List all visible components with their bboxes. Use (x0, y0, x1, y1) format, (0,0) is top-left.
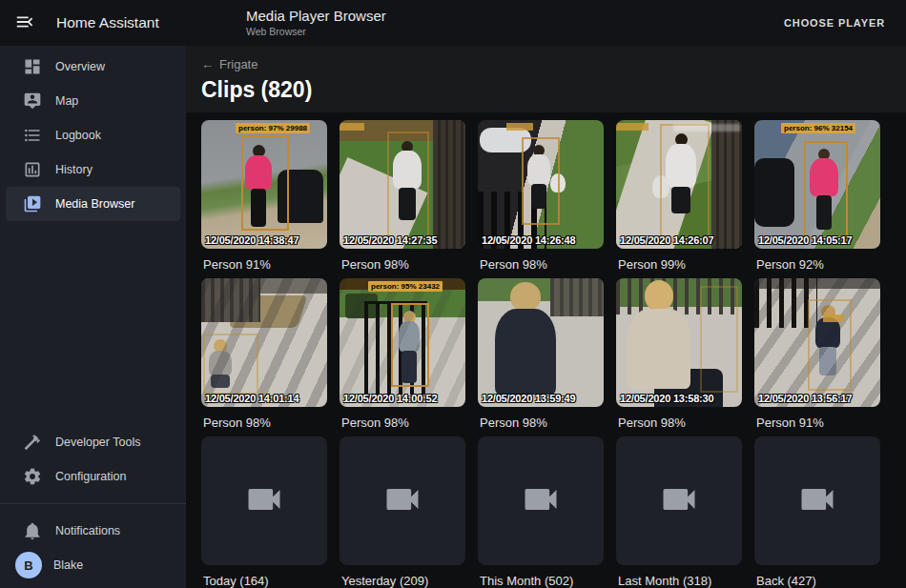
folder-thumbnail[interactable] (754, 436, 880, 565)
clip-thumbnail[interactable]: 12/05/2020 13:58:30 (616, 278, 742, 407)
sidebar-item-developer-tools[interactable]: Developer Tools (6, 425, 180, 459)
page-title: Clips (820) (201, 76, 891, 103)
clip-caption: Person 98% (341, 257, 463, 273)
play-box-multiple-icon (23, 194, 42, 213)
clip-caption: Person 98% (480, 416, 602, 431)
sidebar-item-user[interactable]: B Blake (6, 548, 180, 582)
hammer-icon (23, 433, 42, 452)
scene-shape (628, 309, 690, 389)
clip-timestamp: 12/05/2020 14:27:35 (343, 234, 437, 246)
scene-shape (711, 120, 742, 249)
choose-player-button[interactable]: CHOOSE PLAYER (778, 16, 891, 30)
clip-caption: Person 91% (756, 416, 878, 431)
clip-card[interactable]: 12/05/2020 14:01:14 Person 98% (201, 278, 327, 431)
sidebar-item-media-browser[interactable]: Media Browser (6, 187, 180, 221)
scene-shape (510, 282, 541, 311)
folder-thumbnail[interactable] (201, 436, 327, 565)
clip-timestamp: 12/05/2020 14:38:47 (205, 234, 299, 246)
video-camera-icon (658, 478, 700, 524)
sidebar-item-configuration[interactable]: Configuration (6, 459, 180, 494)
sidebar-spacer (0, 221, 186, 425)
detection-label: person: 97% 29988 (236, 123, 310, 133)
detection-bbox (808, 299, 852, 391)
panel-title: Media Player Browser (246, 8, 386, 26)
detection-bbox (660, 124, 710, 242)
clip-thumbnail[interactable]: person: 95% 23432 12/05/2020 14:00:52 (340, 278, 465, 407)
clip-timestamp: 12/05/2020 14:05:17 (758, 234, 852, 246)
clip-thumbnail[interactable]: 12/05/2020 14:01:14 (201, 278, 327, 407)
sidebar-item-label: Map (55, 94, 78, 108)
breadcrumb-label: Frigate (219, 57, 257, 72)
clip-thumbnail[interactable]: 12/05/2020 14:26:48 (478, 120, 604, 249)
clip-thumbnail[interactable]: 12/05/2020 14:26:07 (616, 120, 742, 249)
clip-card[interactable]: 12/05/2020 14:27:35 Person 98% (340, 120, 465, 273)
breadcrumb-back[interactable]: ← Frigate (201, 57, 257, 72)
detection-bbox (804, 141, 848, 238)
clip-timestamp: 12/05/2020 13:58:30 (620, 393, 713, 404)
sidebar-item-notifications[interactable]: Notifications (6, 514, 180, 548)
clip-thumbnail[interactable]: person: 97% 29988 12/05/2020 14:38:47 (201, 120, 327, 249)
folder-thumbnail[interactable] (340, 436, 465, 565)
folder-card-last-month[interactable]: Last Month (318) (616, 436, 742, 588)
folder-thumbnail[interactable] (478, 436, 604, 565)
detection-label-fragment (506, 123, 533, 131)
clip-timestamp: 12/05/2020 14:01:14 (205, 393, 299, 404)
home-assistant-app: Home Assistant Media Player Browser Web … (0, 0, 906, 588)
clip-timestamp: 12/05/2020 14:26:07 (620, 234, 713, 246)
account-tooltip-icon (23, 91, 42, 111)
folder-label: Back (427) (756, 574, 878, 588)
folder-card-this-month[interactable]: This Month (502) (478, 436, 604, 588)
clip-caption: Person 98% (203, 416, 325, 431)
detection-bbox (391, 303, 429, 387)
sidebar-item-label: Overview (55, 60, 105, 73)
bell-icon (23, 521, 42, 540)
scene-shape (645, 280, 673, 311)
list-bulleted-icon (23, 126, 42, 145)
sidebar-item-overview[interactable]: Overview (6, 50, 180, 84)
avatar: B (15, 552, 42, 578)
clip-thumbnail[interactable]: 12/05/2020 13:59:49 (478, 278, 604, 407)
folder-card-today[interactable]: Today (164) (201, 436, 327, 588)
clip-card[interactable]: 12/05/2020 13:56:17 Person 91% (754, 278, 880, 431)
video-camera-icon (520, 478, 562, 524)
video-camera-icon (243, 478, 285, 524)
sidebar-item-map[interactable]: Map (6, 84, 180, 118)
media-browser-panel: ← Frigate Clips (820) person: 97% 29988 … (186, 46, 906, 588)
sidebar-item-label: Developer Tools (55, 436, 140, 449)
folder-label: Last Month (318) (618, 574, 740, 588)
clips-grid: person: 97% 29988 12/05/2020 14:38:47 Pe… (186, 112, 906, 588)
clip-card[interactable]: 12/05/2020 13:59:49 Person 98% (478, 278, 604, 431)
clip-thumbnail[interactable]: person: 96% 32154 12/05/2020 14:05:17 (754, 120, 880, 249)
clip-card[interactable]: person: 97% 29988 12/05/2020 14:38:47 Pe… (201, 120, 327, 273)
video-camera-icon (381, 478, 423, 524)
clip-card[interactable]: 12/05/2020 14:26:07 Person 99% (616, 120, 742, 273)
detection-bbox (241, 135, 289, 231)
clip-thumbnail[interactable]: 12/05/2020 14:27:35 (340, 120, 465, 249)
detection-bbox (203, 334, 258, 395)
sidebar-item-label: Configuration (55, 470, 126, 483)
sidebar-toggle-button[interactable] (12, 10, 37, 35)
clip-card[interactable]: person: 95% 23432 12/05/2020 14:00:52 Pe… (340, 278, 465, 431)
sidebar: Overview Map Logbook History Media Brows… (0, 46, 186, 588)
clip-card[interactable]: 12/05/2020 13:58:30 Person 98% (616, 278, 742, 431)
gear-icon (23, 467, 42, 486)
top-bar: Home Assistant Media Player Browser Web … (0, 0, 906, 46)
clip-card[interactable]: person: 96% 32154 12/05/2020 14:05:17 Pe… (754, 120, 880, 273)
folder-card-yesterday[interactable]: Yesterday (209) (340, 436, 465, 588)
back-arrow-icon: ← (201, 57, 214, 72)
clip-caption: Person 98% (618, 416, 740, 431)
detection-label-fragment (616, 123, 649, 131)
sidebar-item-logbook[interactable]: Logbook (6, 118, 180, 152)
folder-thumbnail[interactable] (616, 436, 742, 565)
clip-card[interactable]: 12/05/2020 14:26:48 Person 98% (478, 120, 604, 273)
clip-thumbnail[interactable]: 12/05/2020 13:56:17 (754, 278, 880, 407)
clip-timestamp: 12/05/2020 14:00:52 (343, 393, 437, 404)
clip-caption: Person 92% (756, 257, 878, 273)
folder-card-back[interactable]: Back (427) (754, 436, 880, 588)
sidebar-item-history[interactable]: History (6, 152, 180, 187)
panel-title-block: Media Player Browser Web Browser (246, 8, 386, 38)
menu-open-icon (14, 11, 35, 35)
sidebar-item-label: Notifications (55, 524, 120, 537)
scene-shape (433, 120, 465, 249)
user-name: Blake (53, 558, 83, 572)
